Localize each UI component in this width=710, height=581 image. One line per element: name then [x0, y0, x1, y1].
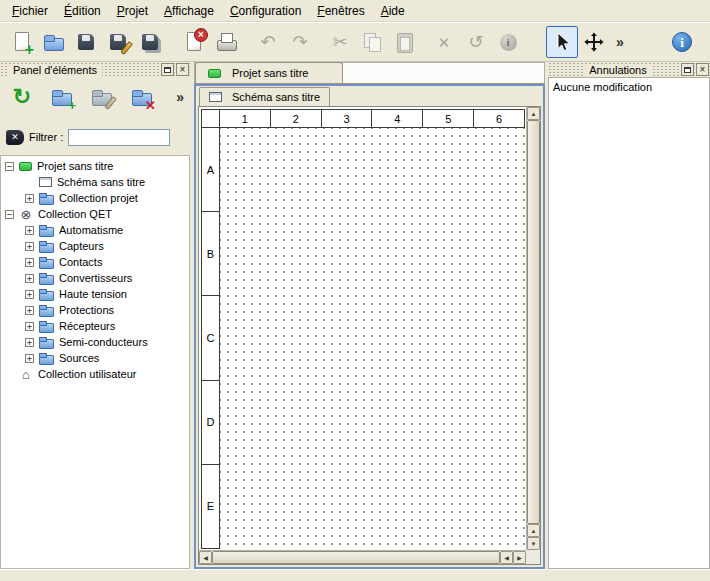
- expand-expander-icon[interactable]: +: [25, 226, 34, 235]
- select-tool-button[interactable]: [546, 26, 578, 58]
- row-header: C: [201, 296, 220, 380]
- expand-expander-icon[interactable]: +: [25, 194, 34, 203]
- print-button[interactable]: [210, 26, 242, 58]
- reload-collections-button[interactable]: ↻: [6, 81, 38, 113]
- move-tool-button[interactable]: [578, 26, 610, 58]
- save-as-button[interactable]: [102, 26, 134, 58]
- save-as-icon: [106, 30, 130, 54]
- elements-tree[interactable]: − Projet sans titre Schéma sans titre + …: [0, 155, 190, 569]
- new-element-icon: +: [50, 85, 74, 109]
- vertical-scrollbar[interactable]: ▲ ▲ ▼: [526, 107, 540, 550]
- panel-overflow-button[interactable]: »: [176, 90, 184, 105]
- new-element-button[interactable]: +: [46, 81, 78, 113]
- elements-panel-title: Panel d'éléments: [8, 64, 102, 76]
- schema-canvas[interactable]: [220, 128, 525, 549]
- float-panel-button[interactable]: [161, 63, 174, 76]
- menu-affichage[interactable]: Affichage: [156, 1, 222, 21]
- element-info-button[interactable]: i: [492, 26, 524, 58]
- tree-item-protections[interactable]: + Protections: [1, 302, 189, 318]
- undo-button[interactable]: ↶: [252, 26, 284, 58]
- horizontal-scrollbar[interactable]: ◀ ◀ ▶: [199, 550, 526, 564]
- float-panel-button[interactable]: [681, 63, 694, 76]
- redo-button[interactable]: ↷: [284, 26, 316, 58]
- tree-item-collection-utilisateur[interactable]: ⌂ Collection utilisateur: [1, 366, 189, 382]
- expand-expander-icon[interactable]: +: [25, 274, 34, 283]
- tab-projet-sans-titre[interactable]: Projet sans titre: [195, 62, 343, 83]
- menu-configuration[interactable]: Configuration: [222, 1, 309, 21]
- close-panel-button[interactable]: ×: [176, 63, 189, 76]
- tree-item-schema-sans-titre[interactable]: Schéma sans titre: [1, 174, 189, 190]
- copy-button[interactable]: [356, 26, 388, 58]
- schema-icon: [209, 92, 222, 102]
- save-all-button[interactable]: [134, 26, 166, 58]
- scroll-left-button[interactable]: ◀: [199, 551, 212, 564]
- toolbar-overflow-button[interactable]: »: [610, 26, 630, 58]
- scroll-up-button[interactable]: ▲: [527, 524, 540, 537]
- tree-item-convertisseurs[interactable]: + Convertisseurs: [1, 270, 189, 286]
- expand-expander-icon[interactable]: +: [25, 290, 34, 299]
- scroll-up-button[interactable]: ▲: [527, 107, 540, 120]
- tree-item-automatisme[interactable]: + Automatisme: [1, 222, 189, 238]
- scroll-down-button[interactable]: ▼: [527, 537, 540, 550]
- expand-expander-icon[interactable]: +: [25, 338, 34, 347]
- scroll-left-button[interactable]: ◀: [500, 551, 513, 564]
- tree-item-recepteurs[interactable]: + Récepteurs: [1, 318, 189, 334]
- menu-edition[interactable]: Édition: [56, 1, 109, 21]
- folder-icon: [39, 273, 54, 284]
- tab-label: Schéma sans titre: [232, 91, 320, 103]
- folder-icon: [39, 353, 54, 364]
- horizontal-scrollbar-thumb[interactable]: [212, 551, 500, 564]
- column-header: 3: [322, 109, 373, 128]
- delete-button[interactable]: ✕: [428, 26, 460, 58]
- rotate-button[interactable]: ↺: [460, 26, 492, 58]
- tree-item-projet-sans-titre[interactable]: − Projet sans titre: [1, 158, 189, 174]
- close-panel-button[interactable]: ×: [696, 63, 709, 76]
- tree-item-semi-conducteurs[interactable]: + Semi-conducteurs: [1, 334, 189, 350]
- collapse-expander-icon[interactable]: −: [5, 162, 14, 171]
- chevron-double-right-icon: »: [176, 89, 184, 105]
- tree-item-haute-tension[interactable]: + Haute tension: [1, 286, 189, 302]
- filter-row: ✕ Filtrer :: [0, 126, 190, 148]
- expand-expander-icon[interactable]: +: [25, 354, 34, 363]
- tree-item-capteurs[interactable]: + Capteurs: [1, 238, 189, 254]
- expand-expander-icon[interactable]: +: [25, 306, 34, 315]
- save-button[interactable]: [70, 26, 102, 58]
- tree-item-contacts[interactable]: + Contacts: [1, 254, 189, 270]
- filter-label: Filtrer :: [29, 131, 63, 143]
- tree-item-sources[interactable]: + Sources: [1, 350, 189, 366]
- open-project-button[interactable]: [38, 26, 70, 58]
- close-file-button[interactable]: [178, 26, 210, 58]
- clear-filter-button[interactable]: ✕: [6, 130, 24, 145]
- qet-logo-icon: ⊗: [19, 208, 33, 221]
- expand-expander-icon[interactable]: +: [25, 242, 34, 251]
- tree-item-collection-projet[interactable]: + Collection projet: [1, 190, 189, 206]
- edit-element-button[interactable]: [86, 81, 118, 113]
- expand-expander-icon[interactable]: +: [25, 322, 34, 331]
- float-icon: [684, 67, 691, 73]
- tree-item-label: Convertisseurs: [59, 272, 132, 284]
- about-button[interactable]: i: [666, 26, 698, 58]
- tree-item-label: Schéma sans titre: [57, 176, 145, 188]
- expand-expander-icon[interactable]: +: [25, 258, 34, 267]
- delete-element-button[interactable]: ✕: [126, 81, 158, 113]
- tab-schema-sans-titre[interactable]: Schéma sans titre: [199, 87, 330, 106]
- collapse-expander-icon[interactable]: −: [5, 210, 14, 219]
- scroll-right-button[interactable]: ▶: [513, 551, 526, 564]
- tree-item-label: Haute tension: [59, 288, 127, 300]
- menu-fenetres[interactable]: Fenêtres: [309, 1, 372, 21]
- paste-button[interactable]: [388, 26, 420, 58]
- new-document-button[interactable]: [6, 26, 38, 58]
- delete-badge-icon: ✕: [145, 99, 156, 112]
- tree-item-collection-qet[interactable]: − ⊗ Collection QET: [1, 206, 189, 222]
- edit-element-icon: [90, 85, 114, 109]
- new-document-icon: [10, 30, 34, 54]
- menu-projet[interactable]: Projet: [109, 1, 156, 21]
- cursor-arrow-icon: [551, 31, 573, 53]
- cut-button[interactable]: ✂: [324, 26, 356, 58]
- save-all-icon: [138, 30, 162, 54]
- tab-label: Projet sans titre: [232, 67, 308, 79]
- menu-aide[interactable]: Aide: [373, 1, 413, 21]
- filter-input[interactable]: [68, 129, 170, 146]
- vertical-scrollbar-thumb[interactable]: [527, 120, 540, 524]
- menu-fichier[interactable]: Fichier: [4, 1, 56, 21]
